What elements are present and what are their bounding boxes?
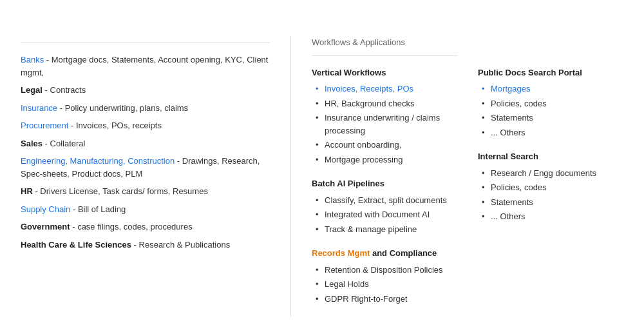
workflow-col1: Workflows & ApplicationsVertical Workflo…: [312, 36, 457, 317]
industry-label-bold: Sales: [21, 139, 43, 148]
industry-description: - Bill of Lading: [73, 204, 126, 214]
workflow-bullet-item: Invoices, Receipts, POs: [313, 83, 457, 95]
right-panel-bullet-list: Research / Engg documentsPolicies, codes…: [478, 167, 623, 223]
right-panel-title: Internal Search: [478, 150, 623, 163]
list-item: Government - case filings, codes, proced…: [21, 221, 270, 233]
right-column-header: Workflows & Applications: [312, 36, 457, 56]
workflow-bullet-item: HR, Background checks: [313, 97, 457, 110]
workflow-group: Vertical WorkflowsInvoices, Receipts, PO…: [312, 66, 457, 166]
workflow-bullet-list: Retention & Disposition PoliciesLegal Ho…: [312, 264, 457, 306]
industry-list: Banks - Mortgage docs, Statements, Accou…: [21, 54, 270, 251]
workflow-group: Records Mgmt and ComplianceRetention & D…: [312, 247, 457, 305]
right-panel-bullet-item: Policies, codes: [479, 97, 623, 110]
industry-label-blue: Insurance: [21, 103, 57, 113]
workflow-group-title: Vertical Workflows: [312, 66, 457, 79]
right-panel-bullet-item: Statements: [479, 196, 623, 209]
industry-description: - Contracts: [45, 85, 86, 95]
industry-label-bold: Government: [21, 222, 70, 231]
list-item: Insurance - Policy underwriting, plans, …: [21, 102, 270, 115]
industry-label-blue: Supply Chain: [21, 204, 70, 214]
industry-label-blue: Procurement: [21, 121, 68, 130]
industry-description: - Research & Publications: [134, 240, 231, 250]
industry-description: - Invoices, POs, receipts: [71, 121, 162, 130]
industry-label-bold: Legal: [21, 85, 43, 95]
workflow-title-orange: Records Mgmt: [312, 248, 370, 258]
workflow-bullet-item: Account onboarding,: [313, 139, 457, 152]
industry-label-bold: Health Care & Life Sciences: [21, 240, 131, 250]
workflow-bullet-item: Retention & Disposition Policies: [313, 264, 457, 277]
right-panel-bullet-item: Mortgages: [479, 83, 623, 95]
workflow-group-title: Batch AI Pipelines: [312, 177, 457, 190]
workflow-group: Batch AI PipelinesClassify, Extract, spl…: [312, 177, 457, 235]
industry-description: - Mortgage docs, Statements, Account ope…: [21, 55, 268, 77]
right-panel-title: Public Docs Search Portal: [478, 66, 623, 79]
right-panel-group: Public Docs Search PortalMortgagesPolici…: [478, 66, 623, 139]
workflow-bullet-list: Classify, Extract, split documentsIntegr…: [312, 194, 457, 236]
list-item: Supply Chain - Bill of Lading: [21, 203, 270, 216]
right-panel-bullet-item: ... Others: [479, 210, 623, 223]
list-item: Procurement - Invoices, POs, receipts: [21, 119, 270, 132]
industry-description: - Drivers License, Task cards/ forms, Re…: [35, 186, 208, 196]
industry-label-blue: Banks: [21, 55, 44, 64]
right-panel-group: Internal SearchResearch / Engg documents…: [478, 150, 623, 223]
list-item: Health Care & Life Sciences - Research &…: [21, 239, 270, 251]
workflow-bullet-item: Mortgage processing: [313, 153, 457, 166]
industry-description: - case filings, codes, procedures: [72, 222, 192, 231]
workflow-bullet-item: Insurance underwriting / claims processi…: [313, 112, 457, 137]
list-item: Legal - Contracts: [21, 84, 270, 97]
workflow-bullet-list: Invoices, Receipts, POsHR, Background ch…: [312, 83, 457, 166]
right-panel-bullet-list: MortgagesPolicies, codesStatements... Ot…: [478, 83, 623, 139]
right-panel-bullet-item: Policies, codes: [479, 181, 623, 194]
content-wrapper: Banks - Mortgage docs, Statements, Accou…: [21, 36, 623, 317]
list-item: Engineering, Manufacturing, Construction…: [21, 155, 270, 180]
left-column: Banks - Mortgage docs, Statements, Accou…: [21, 36, 291, 317]
right-column: Workflows & ApplicationsVertical Workflo…: [291, 36, 623, 317]
industry-description: - Policy underwriting, plans, claims: [60, 103, 188, 113]
workflow-bullet-item: Legal Holds: [313, 278, 457, 291]
industry-label-blue: Engineering, Manufacturing, Construction: [21, 156, 175, 166]
right-panel-bullet-item: ... Others: [479, 126, 623, 139]
workflow-title-suffix: and Compliance: [370, 248, 437, 258]
left-column-header: [21, 36, 270, 43]
right-panel-bullet-item: Research / Engg documents: [479, 167, 623, 180]
workflow-group-title: Records Mgmt and Compliance: [312, 247, 457, 260]
industry-description: - Collateral: [45, 139, 86, 148]
list-item: HR - Drivers License, Task cards/ forms,…: [21, 185, 270, 198]
workflow-col2: Workflows & ApplicationsPublic Docs Sear…: [478, 36, 623, 317]
workflow-bullet-item: Classify, Extract, split documents: [313, 194, 457, 207]
workflow-bullet-item: Track & manage pipeline: [313, 223, 457, 236]
industry-label-bold: HR: [21, 186, 33, 196]
list-item: Sales - Collateral: [21, 137, 270, 150]
list-item: Banks - Mortgage docs, Statements, Accou…: [21, 54, 270, 79]
workflow-bullet-item: Integrated with Document AI: [313, 208, 457, 221]
right-panel-bullet-item: Statements: [479, 112, 623, 124]
workflow-bullet-item: GDPR Right-to-Forget: [313, 293, 457, 306]
